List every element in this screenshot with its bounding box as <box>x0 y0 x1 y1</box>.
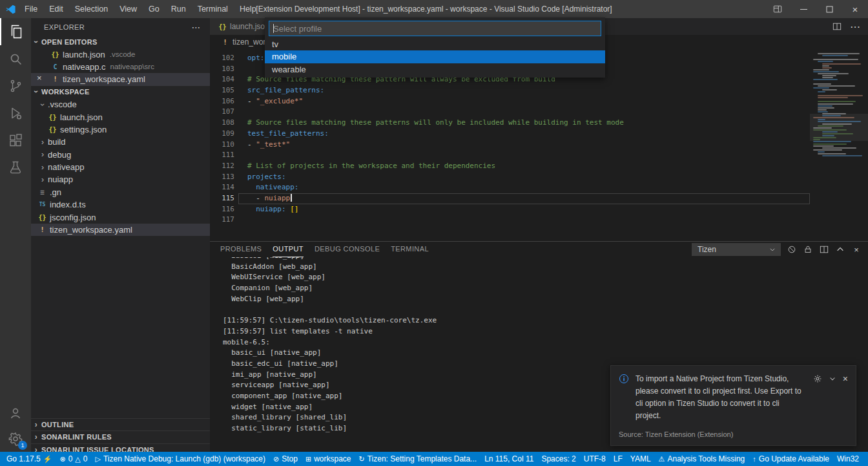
file-item[interactable]: !tizen_workspace.yaml <box>31 224 210 236</box>
status-problems[interactable]: ⊗0△0 <box>56 452 91 466</box>
menu-edit[interactable]: Edit <box>43 0 69 18</box>
panel-tab-problems[interactable]: PROBLEMS <box>220 242 262 257</box>
minimap[interactable] <box>810 49 868 241</box>
explorer-icon[interactable] <box>0 18 31 45</box>
maximize-panel-icon[interactable] <box>835 244 845 255</box>
open-editor-item[interactable]: ×!tizen_workspace.yaml <box>31 73 210 85</box>
quick-pick-input[interactable] <box>269 21 601 36</box>
menu-run[interactable]: Run <box>165 0 192 18</box>
file-item[interactable]: {}launch.json <box>31 111 210 123</box>
code-line[interactable]: 105src_file_patterns: <box>210 85 810 96</box>
account-icon[interactable] <box>0 400 31 426</box>
split-editor-icon[interactable] <box>832 21 842 32</box>
editor-more-actions-icon[interactable]: ⋯ <box>850 21 860 33</box>
gear-icon[interactable] <box>813 374 822 383</box>
status-encoding[interactable]: UTF-8 <box>580 452 610 466</box>
lock-scrolling-icon[interactable] <box>803 244 813 255</box>
quick-pick-list: tvmobilewearable <box>265 38 605 76</box>
minimap-line <box>813 71 839 72</box>
menu-selection[interactable]: Selection <box>69 0 114 18</box>
status-analysis-tools[interactable]: ⚠Analysis Tools Missing <box>655 452 749 466</box>
output-channel-select[interactable]: Tizen <box>692 243 781 256</box>
code-line[interactable]: 109test_file_patterns: <box>210 129 810 140</box>
folder-item[interactable]: ›nuiapp <box>31 173 210 185</box>
workspace-header[interactable]: › WORKSPACE <box>31 86 210 98</box>
chevron-down-icon: › <box>32 87 41 97</box>
quick-pick-item-tv[interactable]: tv <box>265 38 605 50</box>
menu-file[interactable]: File <box>19 0 43 18</box>
code-line[interactable]: 114 nativeapp: <box>210 182 810 193</box>
panel-tab-debug-console[interactable]: DEBUG CONSOLE <box>315 242 380 257</box>
status-indentation[interactable]: Spaces: 2 <box>537 452 579 466</box>
code-line[interactable]: 112# List of projects in the workspace a… <box>210 161 810 172</box>
arrow-up-icon: ↑ <box>752 455 756 463</box>
file-item[interactable]: TSindex.d.ts <box>31 198 210 211</box>
minimize-button[interactable] <box>790 0 816 18</box>
test-beaker-icon[interactable] <box>0 154 31 181</box>
file-item[interactable]: ≡.gn <box>31 186 210 198</box>
menu-terminal[interactable]: Terminal <box>192 0 234 18</box>
panel-tab-output[interactable]: OUTPUT <box>273 242 304 257</box>
folder-item[interactable]: ›nativeapp <box>31 161 210 173</box>
status-tizen-task[interactable]: ↻Tizen: Setting Templates Data... <box>355 452 480 466</box>
status-go-version[interactable]: Go 1.17.5⚡ <box>3 452 56 466</box>
folder-item[interactable]: ›.vscode <box>31 98 210 111</box>
panel-tab-terminal[interactable]: TERMINAL <box>391 242 429 257</box>
close-button[interactable]: × <box>842 0 868 18</box>
code-line[interactable]: 115 - nuiapp <box>210 193 810 204</box>
minimap-line <box>822 89 837 90</box>
status-language-mode[interactable]: YAML <box>626 452 655 466</box>
status-workspace[interactable]: ⊞workspace <box>302 452 355 466</box>
code-line[interactable]: 117 <box>210 215 810 226</box>
code-line[interactable]: 116 nuiapp: [] <box>210 204 810 215</box>
status-stop[interactable]: ⊘Stop <box>269 452 302 466</box>
code-line[interactable]: 108# Source files matching these pattern… <box>210 118 810 129</box>
settings-gear-icon[interactable]: 1 <box>0 426 31 452</box>
close-icon[interactable]: × <box>37 73 42 83</box>
open-in-editor-icon[interactable] <box>819 244 829 255</box>
code-line[interactable]: 113projects: <box>210 172 810 183</box>
json-file-icon: {} <box>48 114 57 121</box>
menu-view[interactable]: View <box>114 0 143 18</box>
section-sonarlint-rules[interactable]: ›SONARLINT RULES <box>31 430 210 443</box>
run-debug-icon[interactable] <box>0 100 31 127</box>
extensions-icon[interactable] <box>0 127 31 154</box>
chevron-down-icon[interactable] <box>829 375 836 383</box>
status-go-update[interactable]: ↑Go Update Available <box>749 452 833 466</box>
editor-actions: ⋯ <box>832 18 868 35</box>
code-editor[interactable]: 102opt:103104# Source files matching the… <box>210 49 868 241</box>
folder-item[interactable]: ›build <box>31 136 210 148</box>
code-line[interactable]: 107 <box>210 107 810 118</box>
file-item[interactable]: {}settings.json <box>31 123 210 136</box>
file-item[interactable]: {}jsconfig.json <box>31 211 210 223</box>
open-editor-item[interactable]: {}launch.json.vscode <box>31 48 210 60</box>
code-line[interactable]: 106- "_exclude*" <box>210 96 810 107</box>
maximize-button[interactable] <box>816 0 842 18</box>
open-editor-item[interactable]: Cnativeapp.cnativeapp\src <box>31 61 210 73</box>
status-debug-config[interactable]: ▷Tizen Native Debug: Launch (gdb) (works… <box>92 452 269 466</box>
section-sonarlint-issue-locations[interactable]: ›SONARLINT ISSUE LOCATIONS <box>31 443 210 452</box>
menu-go[interactable]: Go <box>143 0 165 18</box>
quick-pick-item-wearable[interactable]: wearable <box>265 63 605 76</box>
open-editors-header[interactable]: › OPEN EDITORS <box>31 36 210 48</box>
clear-output-icon[interactable] <box>787 244 797 255</box>
code-line[interactable]: 111 <box>210 150 810 161</box>
close-icon[interactable]: × <box>843 375 848 383</box>
layout-customize-icon[interactable] <box>765 0 790 18</box>
status-cursor-position[interactable]: Ln 115, Col 11 <box>480 452 537 466</box>
more-actions-icon[interactable]: ⋯ <box>192 22 201 32</box>
minimap-line <box>818 111 828 112</box>
status-eol[interactable]: LF <box>610 452 626 466</box>
source-control-icon[interactable] <box>0 72 31 100</box>
section-outline[interactable]: ›OUTLINE <box>31 418 210 430</box>
status-platform[interactable]: Win32 <box>833 452 863 466</box>
status-text: UTF-8 <box>584 454 606 463</box>
status-notifications[interactable] <box>863 452 868 466</box>
quick-pick-item-mobile[interactable]: mobile <box>265 50 605 63</box>
minimap-line <box>822 123 852 125</box>
search-icon[interactable] <box>0 45 31 72</box>
vscode-logo-icon <box>5 4 16 15</box>
code-line[interactable]: 110- "_test*" <box>210 140 810 151</box>
close-panel-icon[interactable]: × <box>851 244 862 255</box>
folder-item[interactable]: ›debug <box>31 149 210 161</box>
